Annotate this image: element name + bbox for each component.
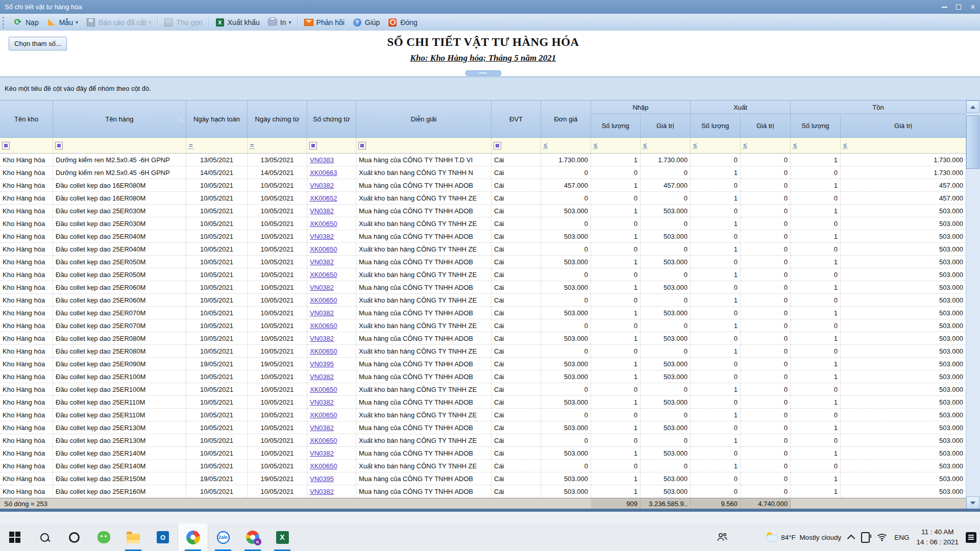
column-header-xuat-gia-tri[interactable]: Giá trị	[741, 114, 791, 137]
column-group-header-xuat[interactable]: Xuất	[691, 101, 790, 114]
tray-device-button[interactable]	[857, 523, 873, 551]
table-row[interactable]: Kho Hàng hóaĐầu collet kẹp dao 25ER110M1…	[0, 409, 966, 421]
document-link[interactable]: VN0395	[310, 475, 334, 483]
column-header-so-chung-tu[interactable]: Số chứng từ	[307, 101, 356, 137]
toolbar-feedback-button[interactable]: Phản hồi	[300, 15, 349, 29]
document-link[interactable]: VN0382	[310, 233, 334, 240]
document-link[interactable]: VN0383	[310, 156, 334, 164]
column-group-header-nhap[interactable]: Nhập	[591, 101, 690, 114]
table-row[interactable]: Kho Hàng hóaĐầu collet kẹp dao 25ER050M1…	[0, 256, 966, 268]
group-by-panel[interactable]: Kéo một tiêu đề cột vào đây để nhóm theo…	[0, 77, 980, 101]
toolbar-saved-report-button[interactable]: Báo cáo đã cắt ▾	[82, 15, 155, 29]
taskbar-browser-button[interactable]	[178, 523, 208, 551]
taskbar-outlook-button[interactable]: O	[148, 523, 178, 551]
document-link[interactable]: XK00652	[310, 194, 337, 202]
column-header-dvt[interactable]: ĐVT	[492, 101, 541, 137]
filter-operator[interactable]: ≤	[743, 142, 747, 149]
document-link[interactable]: XK00650	[310, 347, 337, 355]
taskbar-zalo-button[interactable]: Zalo	[208, 523, 238, 551]
start-button[interactable]	[0, 523, 30, 551]
scrollbar-thumb[interactable]	[966, 115, 979, 169]
column-header-ton-so-luong[interactable]: Số lượng	[791, 114, 841, 137]
table-row[interactable]: Kho Hàng hóaĐầu collet kẹp dao 25ER030M1…	[0, 217, 966, 230]
filter-cell-xuat-so-luong[interactable]: ≤	[691, 138, 741, 153]
table-row[interactable]: Kho Hàng hóaĐầu collet kẹp dao 25ER130M1…	[0, 434, 966, 447]
filter-cell-don-gia[interactable]: ≤	[541, 138, 591, 153]
document-link[interactable]: VN0382	[310, 309, 334, 317]
document-link[interactable]: XK00650	[310, 296, 337, 304]
column-header-ten-kho[interactable]: Tên kho	[0, 101, 53, 137]
document-link[interactable]: XK00650	[310, 411, 337, 419]
document-link[interactable]: VN0382	[310, 284, 334, 291]
filter-cell-dvt[interactable]	[492, 138, 541, 153]
taskbar-cortana-button[interactable]	[59, 523, 89, 551]
filter-icon[interactable]	[358, 142, 366, 149]
table-row[interactable]: Kho Hàng hóaĐầu collet kẹp dao 25ER100M1…	[0, 383, 966, 396]
filter-operator[interactable]: ≤	[543, 142, 548, 149]
document-link[interactable]: XK00650	[310, 462, 337, 470]
taskbar-search-button[interactable]	[30, 523, 59, 551]
filter-icon[interactable]	[2, 142, 10, 149]
filter-cell-ton-gia-tri[interactable]: ≤	[841, 138, 966, 153]
document-link[interactable]: VN0382	[310, 488, 334, 495]
document-link[interactable]: XK00650	[310, 437, 337, 444]
taskbar-excel-button[interactable]: X	[267, 523, 297, 551]
toolbar-template-button[interactable]: Mẫu ▾	[43, 15, 82, 29]
column-header-ten-hang[interactable]: Tên hàng△	[53, 101, 186, 137]
table-row[interactable]: Kho Hàng hóaĐầu collet kẹp dao 25ER060M1…	[0, 294, 966, 307]
filter-cell-ton-so-luong[interactable]: ≤	[791, 138, 841, 153]
table-row[interactable]: Kho Hàng hóaDưỡng kiểm ren M2.5x0.45 -6H…	[0, 166, 966, 179]
document-link[interactable]: XK00650	[310, 220, 337, 228]
table-row[interactable]: Kho Hàng hóaĐầu collet kẹp dao 25ER080M1…	[0, 345, 966, 358]
table-row[interactable]: Kho Hàng hóaĐầu collet kẹp dao 25ER140M1…	[0, 447, 966, 460]
document-link[interactable]: XK00650	[310, 322, 337, 330]
filter-operator[interactable]: =	[250, 142, 255, 149]
document-link[interactable]: VN0382	[310, 258, 334, 266]
filter-cell-ten-kho[interactable]	[0, 138, 53, 153]
taskbar-file-explorer-button[interactable]	[118, 523, 148, 551]
scroll-down-button[interactable]	[966, 496, 979, 509]
filter-operator[interactable]: ≤	[793, 142, 797, 149]
table-row[interactable]: Kho Hàng hóaĐầu collet kẹp dao 25ER040M1…	[0, 243, 966, 256]
document-link[interactable]: VN0382	[310, 182, 334, 189]
table-row[interactable]: Kho Hàng hóaĐầu collet kẹp dao 25ER030M1…	[0, 205, 966, 217]
filter-cell-dien-giai[interactable]	[356, 138, 492, 153]
column-header-nhap-gia-tri[interactable]: Giá trị	[641, 114, 691, 137]
filter-operator[interactable]: ≤	[593, 142, 598, 149]
table-row[interactable]: Kho Hàng hóaDưỡng kiểm ren M2.5x0.45 -6H…	[0, 154, 966, 166]
tray-network-button[interactable]	[873, 523, 891, 551]
filter-operator[interactable]: ≤	[643, 142, 647, 149]
restore-button[interactable]	[951, 0, 966, 14]
filter-cell-nhap-gia-tri[interactable]: ≤	[641, 138, 691, 153]
people-button[interactable]	[713, 523, 731, 551]
toolbar-help-button[interactable]: ? Giúp	[349, 15, 384, 29]
filter-cell-xuat-gia-tri[interactable]: ≤	[741, 138, 791, 153]
table-row[interactable]: Kho Hàng hóaĐầu collet kẹp dao 25ER050M1…	[0, 268, 966, 281]
column-header-nhap-so-luong[interactable]: Số lượng	[591, 114, 641, 137]
document-link[interactable]: VN0395	[310, 360, 334, 368]
document-link[interactable]: VN0382	[310, 373, 334, 381]
toolbar-close-button[interactable]: Đóng	[384, 15, 421, 29]
scroll-up-button[interactable]	[966, 101, 979, 113]
tray-clock[interactable]: 11 : 40 AM 14 : 06 : 2021	[913, 523, 962, 551]
column-header-ngay-hach-toan[interactable]: Ngày hạch toán	[186, 101, 248, 137]
table-row[interactable]: Kho Hàng hóaĐầu collet kẹp dao 25ER110M1…	[0, 396, 966, 409]
table-row[interactable]: Kho Hàng hóaĐầu collet kẹp dao 16ER080M1…	[0, 192, 966, 205]
table-row[interactable]: Kho Hàng hóaĐầu collet kẹp dao 25ER080M1…	[0, 332, 966, 345]
table-row[interactable]: Kho Hàng hóaĐầu collet kẹp dao 25ER040M1…	[0, 230, 966, 243]
table-row[interactable]: Kho Hàng hóaĐầu collet kẹp dao 25ER070M1…	[0, 307, 966, 319]
document-link[interactable]: XK00650	[310, 245, 337, 253]
column-header-ngay-chung-tu[interactable]: Ngày chứng từ	[248, 101, 307, 137]
tray-show-hidden-button[interactable]	[845, 523, 857, 551]
filter-cell-nhap-so-luong[interactable]: ≤	[591, 138, 641, 153]
close-button[interactable]: ×	[966, 0, 980, 14]
document-link[interactable]: VN0382	[310, 449, 334, 457]
filter-cell-ngay-chung-tu[interactable]: =	[248, 138, 307, 153]
column-header-ton-gia-tri[interactable]: Giá trị	[841, 114, 966, 137]
table-row[interactable]: Kho Hàng hóaĐầu collet kẹp dao 25ER100M1…	[0, 370, 966, 383]
document-link[interactable]: XK00663	[310, 169, 337, 177]
table-row[interactable]: Kho Hàng hóaĐầu collet kẹp dao 25ER090M1…	[0, 358, 966, 370]
tray-language-button[interactable]: ENG	[891, 523, 913, 551]
table-row[interactable]: Kho Hàng hóaĐầu collet kẹp dao 16ER080M1…	[0, 179, 966, 192]
filter-cell-ngay-hach-toan[interactable]: =	[186, 138, 248, 153]
